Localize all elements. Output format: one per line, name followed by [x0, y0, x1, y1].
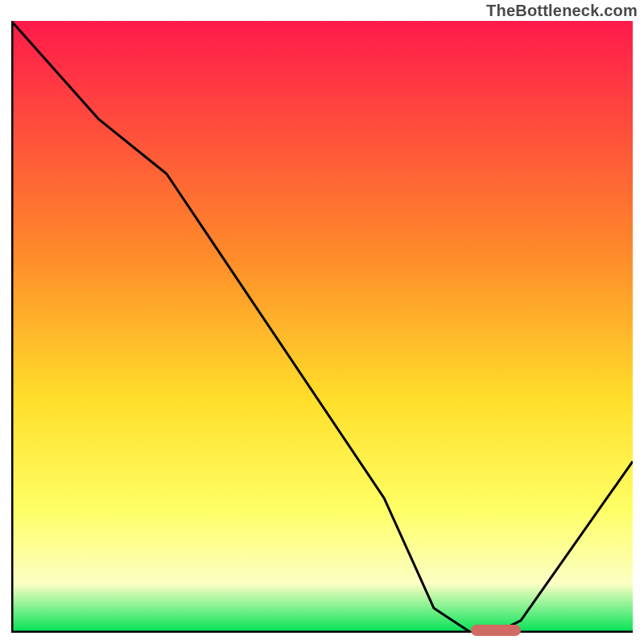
watermark-text: TheBottleneck.com: [486, 2, 638, 20]
gradient-background: [11, 21, 633, 633]
chart-root: TheBottleneck.com: [0, 0, 644, 644]
bottleneck-plot: [11, 21, 633, 633]
optimal-range-marker: [471, 625, 521, 636]
